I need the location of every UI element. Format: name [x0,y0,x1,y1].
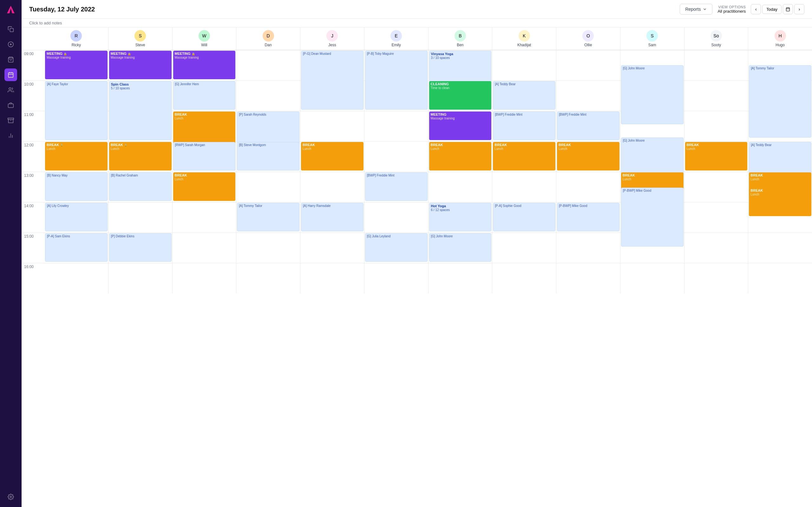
calendar-area: R Ricky S Steve W Will D Dan J Jess E Em… [21,27,812,507]
event-ricky-lily[interactable]: [A] Lily Crowley [45,203,107,231]
avatar-ben: B [455,30,466,42]
event-ben-john-moore[interactable]: [G] John Moore [429,233,492,262]
event-ricky-sam-ekins[interactable]: [P-A] Sam Ekins [45,233,107,262]
event-steve-rachel[interactable]: [B] Rachel Graham [109,172,171,201]
event-khadijat-teddy[interactable]: [A] Teddy Bear [493,81,555,110]
col-dan: [P] Sarah Reynolds [B] Steve Montgom [A]… [236,50,300,293]
sidebar-icon-briefcase[interactable] [4,99,17,112]
time-label-10: 10:00 [21,80,44,111]
event-ben-break[interactable]: BREAK Lunch [429,142,492,170]
col-jess: [P-G] Dean Mustard BREAK Lunch [A] Harry… [300,50,364,293]
event-sam-john1[interactable]: [G] John Moore [621,65,683,124]
sidebar-icon-calendar[interactable] [4,68,17,81]
event-jess-harry[interactable]: [A] Harry Ramsdale [301,203,363,231]
practitioner-khadijat[interactable]: K Khadijat [492,27,556,50]
event-dan-tommy[interactable]: [A] Tommy Tailor [237,203,299,231]
practitioner-jess[interactable]: J Jess [300,27,364,50]
event-jess-dean[interactable]: [P-G] Dean Mustard [301,51,363,110]
view-options-value: All practitioners [717,9,746,14]
prev-button[interactable]: ‹ [751,4,761,14]
col-sam: [G] John Moore [G] John Moore BREAK Lunc… [620,50,684,293]
sidebar-icon-settings[interactable] [4,491,17,503]
event-ricky-meeting-massage[interactable]: MEETING 🔒 Massage training [45,51,107,79]
svg-marker-0 [7,6,14,13]
sidebar-icon-users[interactable] [4,83,17,96]
event-steve-break[interactable]: BREAK 🔒 Lunch [109,142,171,170]
event-ricky-break-lunch[interactable]: BREAK 🔒 Lunch [45,142,107,170]
event-ricky-nancy[interactable]: [B] Nancy May [45,172,107,201]
event-emily-toby[interactable]: [P-B] Toby Maguire [365,51,427,110]
time-label-11: 11:00 [21,111,44,141]
event-will-jennifer[interactable]: [G] Jennifer Hem [173,81,236,110]
event-ricky-faye[interactable]: [A] Faye Taylor [45,81,107,140]
time-label-14: 14:00 [21,202,44,233]
next-button[interactable]: › [794,4,804,14]
sidebar-icon-chart[interactable] [4,129,17,142]
avatar-steve: S [135,30,146,42]
event-sam-mike[interactable]: [P-BWP] Mike Good [621,187,683,246]
time-grid: 09:00 10:00 11:00 12:00 13:00 14:00 15:0… [21,50,812,293]
event-hugo-tommy[interactable]: [A] Tommy Tailor [749,65,811,137]
avatar-sam: S [647,30,658,42]
practitioner-hugo[interactable]: H Hugo [748,27,812,50]
event-khadijat-sophie[interactable]: [P-A] Sophie Good [493,203,555,231]
event-sooty-break[interactable]: BREAK Lunch [685,142,748,170]
view-options-label: VIEW OPTIONS [717,5,746,9]
event-dan-steve-m[interactable]: [B] Steve Montgom [237,142,299,170]
sidebar [0,0,21,507]
col-hugo: [A] Tommy Tailor [A] Teddy Bear BREAK Lu… [748,50,812,293]
calendar-icon [786,7,790,11]
chevron-down-icon [703,7,707,11]
today-button[interactable]: Today [762,5,781,14]
event-steve-debbie[interactable]: [P] Debbie Ekins [109,233,171,262]
event-ollie-freddie[interactable]: [BWP] Freddie Mint [557,112,619,140]
avatar-ricky: R [70,30,82,42]
practitioner-steve[interactable]: S Steve [108,27,172,50]
col-will: MEETING 🔒 Massage training [G] Jennifer … [172,50,237,293]
event-ben-hot-yoga[interactable]: Hot Yoga 6 / 12 spaces [429,203,492,231]
time-label-13: 13:00 [21,172,44,202]
practitioner-ben[interactable]: B Ben [428,27,493,50]
svg-point-10 [9,88,11,90]
col-ben: Vinyasa Yoga 3 / 10 spaces CLEANING Time… [428,50,493,293]
sidebar-icon-archive[interactable] [4,114,17,127]
event-steve-meeting[interactable]: MEETING 🔒 Massage training [109,51,171,79]
event-khadijat-break[interactable]: BREAK Lunch [493,142,555,170]
event-emily-julia[interactable]: [G] Julia Leyland [365,233,427,262]
practitioner-emily[interactable]: E Emily [364,27,428,50]
event-will-sarah-m[interactable]: [RWP] Sarah Morgan [173,142,236,170]
practitioner-ollie[interactable]: O Ollie [556,27,620,50]
practitioner-sam[interactable]: S Sam [620,27,684,50]
sidebar-icon-bag[interactable] [4,53,17,66]
event-ollie-break[interactable]: BREAK Lunch [557,142,619,170]
event-ollie-mike[interactable]: [P-BWP] Mike Good [557,203,619,231]
practitioner-sooty[interactable]: So Sooty [684,27,749,50]
event-hugo-break2[interactable]: BREAK Lunch [749,187,811,216]
avatar-will: W [199,30,210,42]
sidebar-icon-add[interactable] [4,38,17,51]
avatar-hugo: H [774,30,786,42]
reports-button[interactable]: Reports [680,4,712,14]
time-label-12: 12:00 [21,141,44,172]
event-ben-meeting[interactable]: MEETING Massage training [429,112,492,140]
calendar-icon-btn[interactable] [783,4,793,14]
event-ben-cleaning[interactable]: CLEANING Time to clean [429,81,492,110]
page-title: Tuesday, 12 July 2022 [29,6,680,13]
event-emily-freddie-m[interactable]: [BWP] Freddie Mint [365,172,427,201]
sidebar-icon-copy[interactable] [4,23,17,36]
grid-body: MEETING 🔒 Massage training [A] Faye Tayl… [44,50,812,293]
notes-bar[interactable]: Click to add notes [21,19,812,27]
practitioner-ricky[interactable]: R Ricky [44,27,108,50]
svg-rect-12 [8,118,14,119]
practitioner-will[interactable]: W Will [172,27,237,50]
event-will-meeting[interactable]: MEETING 🔒 Massage training [173,51,236,79]
app-logo[interactable] [5,4,16,15]
event-will-break2[interactable]: BREAK Lunch [173,172,236,201]
event-khadijat-freddie[interactable]: [BWP] Freddie Mint [493,112,555,140]
svg-point-17 [10,496,12,498]
nav-controls: ‹ Today › [751,4,804,14]
event-jess-break[interactable]: BREAK Lunch [301,142,363,170]
practitioner-dan[interactable]: D Dan [236,27,300,50]
event-steve-spin[interactable]: Spin Class 5 / 10 spaces [109,81,171,140]
avatar-sooty: So [711,30,722,42]
